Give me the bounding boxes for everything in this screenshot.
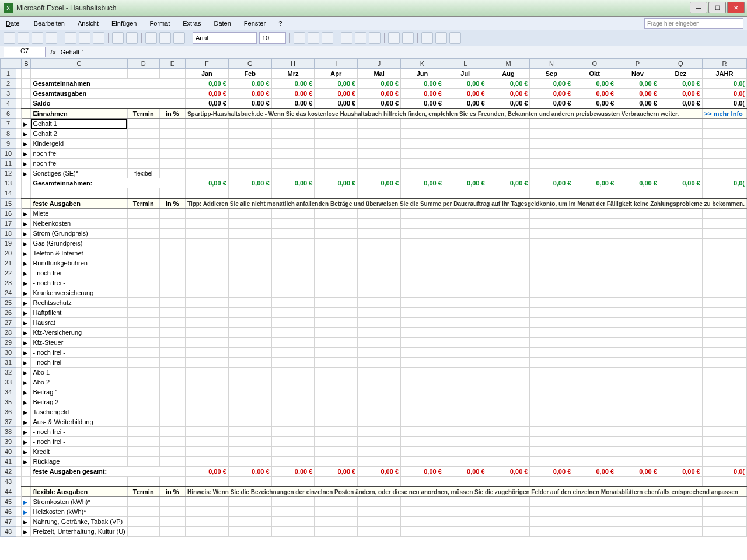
expand-arrow-icon[interactable]: ▶ — [22, 527, 31, 537]
cell-value[interactable]: 0,00 € — [401, 178, 444, 188]
cell[interactable] — [401, 348, 444, 358]
cell[interactable] — [228, 427, 271, 437]
cell-value[interactable]: 0,0( — [702, 79, 746, 89]
cell[interactable] — [573, 387, 616, 397]
cell[interactable] — [228, 507, 271, 517]
cell[interactable] — [228, 527, 271, 537]
sort-icon[interactable] — [145, 32, 157, 44]
cell[interactable] — [315, 169, 358, 178]
cell[interactable] — [228, 348, 271, 358]
cell-value[interactable]: 0,00 € — [401, 89, 444, 99]
cell[interactable] — [444, 497, 487, 507]
flex-item[interactable]: Stromkosten (kWh)* — [31, 497, 127, 507]
cell[interactable] — [185, 308, 228, 318]
cell[interactable] — [530, 368, 573, 377]
cell[interactable] — [401, 527, 444, 537]
cell[interactable] — [271, 318, 315, 328]
cell-value[interactable]: 0,00 € — [358, 178, 401, 188]
month-header[interactable]: Jan — [185, 69, 228, 79]
cell[interactable] — [271, 447, 315, 457]
cell[interactable] — [185, 437, 228, 447]
align-center-icon[interactable] — [355, 32, 366, 44]
row-header-31[interactable]: 31 — [1, 358, 16, 368]
col-header-I[interactable]: I — [315, 59, 358, 69]
cell[interactable] — [358, 338, 401, 348]
cell[interactable] — [616, 318, 659, 328]
cell[interactable] — [616, 139, 659, 149]
cell[interactable] — [702, 159, 746, 169]
cell[interactable] — [573, 209, 616, 219]
cell[interactable] — [401, 397, 444, 407]
feste-item[interactable]: Taschengeld — [31, 407, 127, 417]
cell[interactable] — [659, 258, 702, 268]
cell[interactable] — [659, 308, 702, 318]
cell[interactable] — [444, 507, 487, 517]
row-header-7[interactable]: 7 — [1, 119, 16, 129]
cell[interactable] — [702, 407, 746, 417]
cell[interactable] — [616, 159, 659, 169]
feste-item[interactable]: Miete — [31, 209, 127, 219]
cell[interactable] — [271, 358, 315, 368]
undo-icon[interactable] — [112, 32, 124, 44]
expand-arrow-icon[interactable]: ▶ — [22, 169, 31, 178]
cell[interactable] — [573, 377, 616, 387]
cell[interactable] — [401, 229, 444, 239]
expand-arrow-icon[interactable]: ▶ — [22, 268, 31, 278]
row-header-19[interactable]: 19 — [1, 239, 16, 249]
cell[interactable] — [358, 377, 401, 387]
feste-item[interactable]: Kredit — [31, 447, 127, 457]
cell-value[interactable]: 0,00 € — [530, 89, 573, 99]
cell[interactable] — [659, 188, 702, 199]
cell[interactable] — [228, 188, 271, 199]
cell[interactable] — [315, 338, 358, 348]
cell[interactable] — [185, 129, 228, 139]
cell[interactable] — [573, 348, 616, 358]
cell[interactable] — [702, 507, 746, 517]
cell[interactable] — [228, 338, 271, 348]
col-header-M[interactable]: M — [487, 59, 530, 69]
expand-arrow-icon[interactable]: ▶ — [22, 387, 31, 397]
cell[interactable] — [358, 318, 401, 328]
expand-arrow-icon[interactable]: ▶ — [22, 497, 31, 507]
cell[interactable] — [271, 139, 315, 149]
cell[interactable] — [228, 387, 271, 397]
cell-termin[interactable] — [127, 129, 159, 139]
cell[interactable] — [401, 387, 444, 397]
cell[interactable] — [228, 169, 271, 178]
cell[interactable] — [401, 188, 444, 199]
cell-value[interactable]: 0,00 € — [530, 99, 573, 109]
cell[interactable] — [659, 507, 702, 517]
cell[interactable] — [271, 527, 315, 537]
cell-pct[interactable] — [159, 119, 185, 129]
cell[interactable] — [228, 219, 271, 229]
cell-value[interactable]: 0,00 € — [573, 178, 616, 188]
cell-value[interactable]: 0,00 € — [487, 178, 530, 188]
save-icon[interactable] — [32, 32, 43, 44]
cell[interactable] — [315, 447, 358, 457]
cell[interactable] — [228, 447, 271, 457]
cell[interactable] — [228, 258, 271, 268]
cell[interactable] — [315, 318, 358, 328]
cell-pct[interactable] — [159, 139, 185, 149]
cell[interactable] — [401, 407, 444, 417]
cell[interactable] — [530, 397, 573, 407]
cell-value[interactable]: 0,00 € — [616, 89, 659, 99]
cell[interactable] — [573, 368, 616, 377]
einnahmen-item[interactable]: Sonstiges (SE)* — [31, 169, 127, 178]
cell[interactable] — [487, 328, 530, 338]
expand-arrow-icon[interactable]: ▶ — [22, 288, 31, 298]
cell[interactable] — [401, 318, 444, 328]
cell[interactable] — [659, 219, 702, 229]
cell[interactable] — [702, 397, 746, 407]
row-header-27[interactable]: 27 — [1, 318, 16, 328]
cell[interactable] — [444, 149, 487, 159]
cell[interactable] — [358, 437, 401, 447]
cell[interactable] — [271, 268, 315, 278]
cell[interactable] — [358, 427, 401, 437]
cell[interactable] — [228, 119, 271, 129]
cell[interactable] — [616, 129, 659, 139]
cell-termin[interactable] — [127, 159, 159, 169]
cell[interactable] — [401, 368, 444, 377]
row-header-11[interactable]: 11 — [1, 159, 16, 169]
feste-item[interactable]: - noch frei - — [31, 348, 127, 358]
